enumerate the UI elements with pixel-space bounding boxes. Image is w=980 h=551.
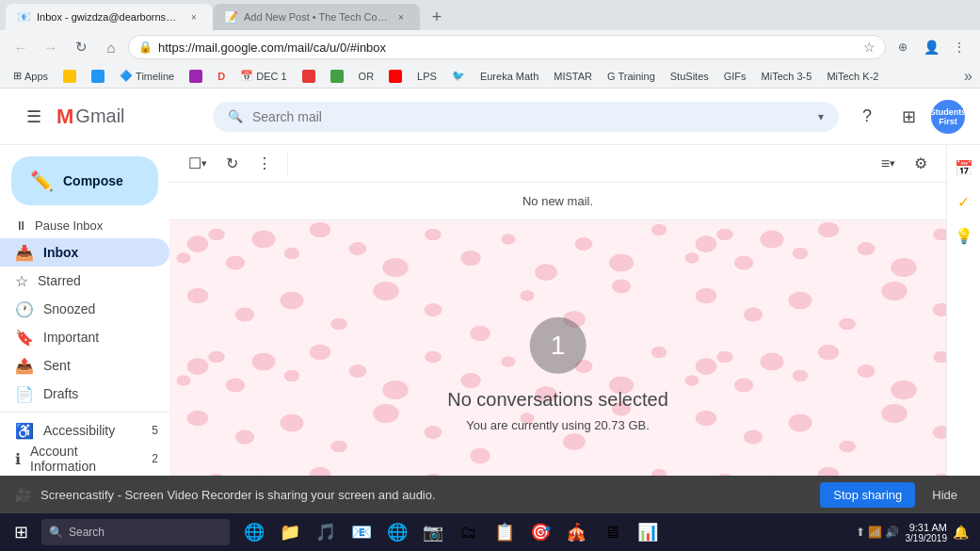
timeline-label: Timeline xyxy=(136,71,174,82)
bookmark-icon-5[interactable] xyxy=(325,68,349,85)
sent-label: Sent xyxy=(43,358,71,373)
gmail-logo-text: Gmail xyxy=(75,105,124,127)
bookmark-lps[interactable]: LPS xyxy=(411,69,442,84)
calendar-button[interactable]: 📅 xyxy=(949,153,979,183)
no-new-mail: No new mail. xyxy=(169,183,946,220)
account-info-count: 2 xyxy=(152,452,158,465)
taskbar-search[interactable]: 🔍 Search xyxy=(41,519,230,545)
taskbar-item-screen[interactable]: 🖥 xyxy=(595,515,629,549)
select-all-button[interactable]: ☐ ▾ xyxy=(181,149,215,179)
tab-techcoach-close[interactable]: × xyxy=(394,9,409,24)
help-button[interactable]: ? xyxy=(848,98,886,136)
search-input[interactable] xyxy=(252,109,809,124)
new-tab-button[interactable]: + xyxy=(424,4,450,30)
gmail-logo: M Gmail xyxy=(56,105,125,129)
sidebar-item-inbox[interactable]: 📥 Inbox xyxy=(0,238,169,267)
bookmark-twitter[interactable]: 🐦 xyxy=(446,68,471,84)
start-icon: ⊞ xyxy=(14,522,28,543)
account-info-icon: ℹ xyxy=(15,450,21,468)
bookmark-gifs[interactable]: GIFs xyxy=(718,69,752,84)
taskbar-item-cortana[interactable]: 🌐 xyxy=(237,515,271,549)
star-icon: ☆ xyxy=(863,40,876,55)
drafts-icon: 📄 xyxy=(15,385,34,403)
bookmark-dec1[interactable]: 📅 DEC 1 xyxy=(234,68,292,84)
bookmarks-bar: ⊞ Apps 🔷 Timeline D 📅 DEC 1 OR LPS 🐦 Eur… xyxy=(0,64,980,89)
bookmark-stusites[interactable]: StuSites xyxy=(665,69,715,84)
taskbar-item-explorer[interactable]: 📁 xyxy=(273,515,307,549)
extension-icon-1[interactable]: ⊕ xyxy=(890,34,916,60)
pause-inbox-button[interactable]: ⏸ Pause Inbox xyxy=(0,213,169,238)
taskbar-item-icon10[interactable]: 🎪 xyxy=(559,515,593,549)
taskbar-item-files[interactable]: 🗂 xyxy=(452,515,486,549)
avatar-area[interactable]: StudentsFirst xyxy=(931,100,965,134)
notification-center-icon[interactable]: 🔔 xyxy=(953,525,969,540)
bookmark-icon-1[interactable] xyxy=(57,68,82,85)
no-new-mail-text: No new mail. xyxy=(522,194,593,208)
bookmark-icon-2[interactable] xyxy=(86,68,110,85)
hide-button[interactable]: Hide xyxy=(924,482,965,508)
inbox-icon: 📥 xyxy=(15,244,34,262)
browser-menu-icon[interactable]: ⋮ xyxy=(946,34,972,60)
profile-icon[interactable]: 👤 xyxy=(918,34,944,60)
taskbar-item-tasks[interactable]: 📋 xyxy=(488,515,522,549)
bookmark-icon-6[interactable] xyxy=(383,68,408,85)
bookmark-gtraining[interactable]: G Training xyxy=(602,69,661,84)
refresh-button[interactable]: ↻ xyxy=(218,149,246,179)
taskbar-item-target[interactable]: 🎯 xyxy=(523,515,557,549)
inbox-label: Inbox xyxy=(43,245,78,260)
stop-sharing-button[interactable]: Stop sharing xyxy=(820,482,915,508)
sidebar-item-important[interactable]: 🔖 Important xyxy=(0,323,169,351)
taskbar-item-chart[interactable]: 📊 xyxy=(631,515,665,549)
forward-button[interactable]: → xyxy=(38,34,64,60)
taskbar-icons: ⬆ 📶 🔊 xyxy=(856,526,900,539)
bookmark-d[interactable]: D xyxy=(212,69,231,84)
taskbar-item-chrome[interactable]: 🌐 xyxy=(380,515,414,549)
number-badge: 1 xyxy=(529,316,586,373)
hamburger-button[interactable]: ☰ xyxy=(15,98,53,136)
back-button[interactable]: ← xyxy=(8,34,34,60)
tasks-button[interactable]: ✓ xyxy=(949,186,979,217)
bookmark-eureka[interactable]: Eureka Math xyxy=(474,69,544,84)
search-dropdown-icon[interactable]: ▾ xyxy=(818,110,824,123)
avatar-text: StudentsFirst xyxy=(931,107,965,126)
apps-favicon: ⊞ xyxy=(13,70,22,82)
hide-label: Hide xyxy=(932,488,957,502)
bookmark-apps[interactable]: ⊞ Apps xyxy=(8,68,54,84)
sidebar-divider xyxy=(0,412,169,413)
sidebar-item-drafts[interactable]: 📄 Drafts xyxy=(0,380,169,408)
keep-button[interactable]: 💡 xyxy=(949,220,979,251)
bookmark-or[interactable]: OR xyxy=(353,69,380,84)
pause-inbox-label: Pause Inbox xyxy=(35,219,103,233)
start-button[interactable]: ⊞ xyxy=(4,515,38,549)
bookmark-mitech35[interactable]: MiTech 3-5 xyxy=(756,69,818,84)
bookmark-mistar[interactable]: MISTAR xyxy=(548,69,598,84)
bookmarks-more[interactable]: » xyxy=(964,68,972,85)
taskbar-item-camera[interactable]: 📷 xyxy=(416,515,450,549)
sidebar-item-account-info[interactable]: ℹ Account Information 2 xyxy=(0,445,169,473)
lock-icon: 🔒 xyxy=(138,41,153,54)
taskbar-item-music[interactable]: 🎵 xyxy=(309,515,343,549)
bookmark-icon-4[interactable] xyxy=(297,68,321,85)
bookmark-mitech-k2[interactable]: MiTech K-2 xyxy=(821,69,884,84)
avatar[interactable]: StudentsFirst xyxy=(931,100,965,134)
apps-button[interactable]: ⊞ xyxy=(890,98,927,136)
refresh-button[interactable]: ↻ xyxy=(68,34,94,60)
bookmark-timeline[interactable]: 🔷 Timeline xyxy=(114,68,180,84)
search-input-wrap[interactable]: 🔍 ▾ xyxy=(213,102,839,132)
compose-button[interactable]: ✏️ Compose xyxy=(11,156,158,205)
tab-techcoach[interactable]: 📝 Add New Post • The Tech Coac... × xyxy=(213,4,420,30)
taskbar-item-mail[interactable]: 📧 xyxy=(345,515,378,549)
bookmark-icon-3[interactable] xyxy=(184,68,208,85)
more-options-button[interactable]: ⋮ xyxy=(249,149,280,179)
tab-gmail-close[interactable]: × xyxy=(186,9,201,24)
home-button[interactable]: ⌂ xyxy=(98,34,124,60)
sidebar-item-starred[interactable]: ☆ Starred xyxy=(0,267,169,295)
address-bar[interactable]: 🔒 https://mail.google.com/mail/ca/u/0/#i… xyxy=(128,35,886,59)
sidebar-item-snoozed[interactable]: 🕐 Snoozed xyxy=(0,295,169,323)
sidebar-item-sent[interactable]: 📤 Sent xyxy=(0,351,169,380)
settings-button[interactable]: ⚙ xyxy=(907,149,935,179)
sort-button[interactable]: ≡ ▾ xyxy=(874,149,903,179)
sidebar-item-accessibility[interactable]: ♿ Accessibility 5 xyxy=(0,416,169,445)
tab-gmail[interactable]: 📧 Inbox - gwizdza@dearbornsch... × xyxy=(6,4,213,30)
techcoach-favicon: 📝 xyxy=(224,10,238,24)
